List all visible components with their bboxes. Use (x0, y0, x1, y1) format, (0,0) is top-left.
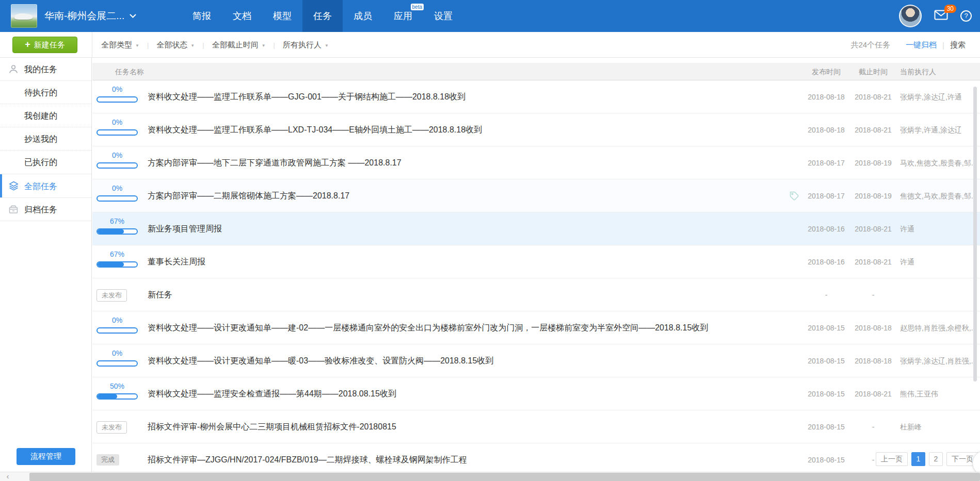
prev-page-button[interactable]: 上一页 (876, 452, 908, 466)
table-row[interactable]: 未发布 新任务 - - (92, 278, 980, 311)
user-avatar[interactable] (899, 5, 922, 27)
nav-item-model[interactable]: 模型 (262, 0, 302, 32)
vertical-scrollbar[interactable] (973, 87, 977, 382)
caret-down-icon: ▼ (135, 43, 139, 48)
nav-item-members[interactable]: 成员 (343, 0, 383, 32)
task-name[interactable]: 招标文件评审—ZJGG/HN/2017-024/FBZB/019—二期焊接球、螺… (148, 443, 467, 472)
sidebar-item-pending[interactable]: 待执行的 (0, 81, 91, 104)
table-row[interactable]: 67% 董事长关注周报 2018-08-16 2018-08-21 许通 (92, 245, 980, 278)
executor: 张炳学,涂达辽,许通 (900, 80, 978, 113)
sidebar-item-archived-tasks[interactable]: 归档任务 (0, 198, 91, 221)
horizontal-scrollbar-thumb[interactable] (29, 473, 980, 481)
caret-down-icon: ▼ (262, 43, 266, 48)
table-row[interactable]: 未发布 招标文件评审-柳州会展中心二三期项目机械租赁招标文件-20180815 … (92, 410, 980, 443)
task-progress: 0% (97, 151, 138, 169)
new-task-button[interactable]: + 新建任务 (12, 37, 77, 53)
task-table: 任务名称 发布时间 截止时间 当前执行人 0% 资料收文处理——监理工作联系单—… (92, 58, 980, 472)
filter-divider: | (274, 41, 275, 49)
sidebar-item-my-tasks[interactable]: 我的任务 (0, 58, 91, 81)
table-row[interactable]: 67% 新业务项目管理周报 2018-08-16 2018-08-21 许通 (92, 212, 980, 245)
deadline-date: 2018-08-21 (850, 245, 896, 278)
task-progress: 0% (97, 118, 138, 136)
deadline-date: - (850, 410, 896, 443)
archive-all-link[interactable]: 一键归档 (906, 40, 937, 50)
nav-item-apps[interactable]: 应用 beta (383, 0, 423, 32)
page-button-1[interactable]: 1 (911, 452, 925, 466)
task-name[interactable]: 资料收文处理——设计更改通知单——暖-03——验收标准改变、设置防火阀——201… (148, 344, 493, 377)
task-name[interactable]: 资料收文处理——设计更改通知单——建-02——一层楼梯通向室外的安全出口为楼梯前… (148, 311, 708, 344)
filter-executor-dropdown[interactable]: 所有执行人 ▼ (283, 40, 329, 50)
deadline-date: 2018-08-19 (850, 179, 896, 212)
publish-date: 2018-08-15 (803, 377, 849, 410)
table-row[interactable]: 0% 资料收文处理——设计更改通知单——建-02——一层楼梯通向室外的安全出口为… (92, 311, 980, 344)
filter-status-dropdown[interactable]: 全部状态 ▼ (156, 40, 195, 50)
publish-date: 2018-08-16 (803, 245, 849, 278)
task-name[interactable]: 新任务 (148, 278, 172, 311)
publish-date: 2018-08-18 (803, 80, 849, 113)
sidebar-item-created-by-me[interactable]: 我创建的 (0, 104, 91, 127)
table-row[interactable]: 完成 招标文件评审—ZJGG/HN/2017-024/FBZB/019—二期焊接… (92, 443, 980, 472)
project-switcher[interactable]: 华南-柳州会展二... (44, 0, 136, 32)
task-progress: 0% (97, 349, 138, 367)
search-link[interactable]: 搜索 (950, 40, 966, 50)
plus-icon: + (25, 40, 30, 49)
progress-bar (97, 195, 138, 202)
task-name[interactable]: 方案内部评审——地下二层下穿通道市政管网施工方案 ——2018.8.17 (148, 146, 401, 179)
table-row[interactable]: 0% 资料收文处理——监理工作联系单——GJG-001——关于钢结构施工——20… (92, 80, 980, 113)
nav-item-briefing[interactable]: 简报 (182, 0, 222, 32)
task-name[interactable]: 资料收文处理——监理工作联系单——GJG-001——关于钢结构施工——2018.… (148, 80, 465, 113)
executor: 熊伟,王亚伟 (900, 377, 978, 410)
page-button-2[interactable]: 2 (929, 452, 943, 466)
tag-icon[interactable] (789, 191, 799, 201)
nav-item-documents[interactable]: 文档 (222, 0, 262, 32)
table-row[interactable]: 0% 资料收文处理——监理工作联系单——LXD-TJ-034——E轴外回填土施工… (92, 113, 980, 146)
publish-date: 2018-08-15 (803, 311, 849, 344)
status-badge: 未发布 (97, 289, 127, 302)
table-body: 0% 资料收文处理——监理工作联系单——GJG-001——关于钢结构施工——20… (92, 80, 980, 472)
task-progress: 67% (97, 217, 138, 235)
executor: 张炳学,涂达辽,肖胜强,... (900, 344, 978, 377)
sidebar-item-cc-me[interactable]: 抄送我的 (0, 127, 91, 151)
task-name[interactable]: 资料收文处理——监理工作联系单——LXD-TJ-034——E轴外回填土施工——2… (148, 113, 482, 146)
topbar-right: 30 ? (899, 0, 972, 32)
task-name[interactable]: 董事长关注周报 (148, 245, 205, 278)
filter-deadline-dropdown[interactable]: 全部截止时间 ▼ (212, 40, 266, 50)
progress-bar (97, 327, 138, 334)
help-button[interactable]: ? (960, 10, 972, 22)
caret-down-icon: ▼ (325, 43, 329, 48)
table-row[interactable]: 0% 方案内部评审——地下二层下穿通道市政管网施工方案 ——2018.8.17 … (92, 146, 980, 179)
nav-item-tasks[interactable]: 任务 (302, 0, 343, 32)
header-task-name: 任务名称 (115, 63, 144, 80)
publish-date: 2018-08-17 (803, 179, 849, 212)
project-title: 华南-柳州会展二... (44, 9, 124, 23)
progress-bar (97, 228, 138, 235)
filter-type-dropdown[interactable]: 全部类型 ▼ (101, 40, 139, 50)
table-row[interactable]: 0% 方案内部评审——二期展馆砌体施工方案——2018.8.17 2018-08… (92, 179, 980, 212)
process-management-button[interactable]: 流程管理 (17, 448, 75, 465)
publish-date: 2018-08-15 (803, 443, 849, 472)
divider: | (942, 41, 944, 49)
publish-date: 2018-08-15 (803, 410, 849, 443)
messages-button[interactable]: 30 (934, 10, 948, 22)
filter-divider: | (202, 41, 204, 49)
caret-down-icon: ▼ (190, 43, 195, 48)
task-name[interactable]: 资料收文处理——监理安全检查通报——第44期——2018.08.15收到 (148, 377, 396, 410)
scroll-left-arrow[interactable]: ‹ (0, 472, 15, 481)
sidebar-item-executed[interactable]: 已执行的 (0, 151, 91, 174)
table-row[interactable]: 50% 资料收文处理——监理安全检查通报——第44期——2018.08.15收到… (92, 377, 980, 410)
deadline-date: - (850, 278, 896, 311)
nav-item-settings[interactable]: 设置 (423, 0, 463, 32)
task-name[interactable]: 方案内部评审——二期展馆砌体施工方案——2018.8.17 (148, 179, 349, 212)
executor: 杜新峰 (900, 410, 978, 443)
deadline-date: 2018-08-21 (850, 377, 896, 410)
archive-box-icon (8, 204, 19, 214)
publish-date: - (803, 278, 849, 311)
task-name[interactable]: 招标文件评审-柳州会展中心二三期项目机械租赁招标文件-20180815 (148, 410, 396, 443)
deadline-date: 2018-08-18 (850, 344, 896, 377)
deadline-date: 2018-08-19 (850, 146, 896, 179)
sidebar-item-all-tasks[interactable]: 全部任务 (0, 174, 91, 198)
table-row[interactable]: 0% 资料收文处理——设计更改通知单——暖-03——验收标准改变、设置防火阀——… (92, 344, 980, 377)
progress-bar (97, 261, 138, 268)
task-name[interactable]: 新业务项目管理周报 (148, 212, 222, 245)
filters: 全部类型 ▼ | 全部状态 ▼ | 全部截止时间 ▼ | 所有执行人 ▼ (101, 32, 329, 58)
